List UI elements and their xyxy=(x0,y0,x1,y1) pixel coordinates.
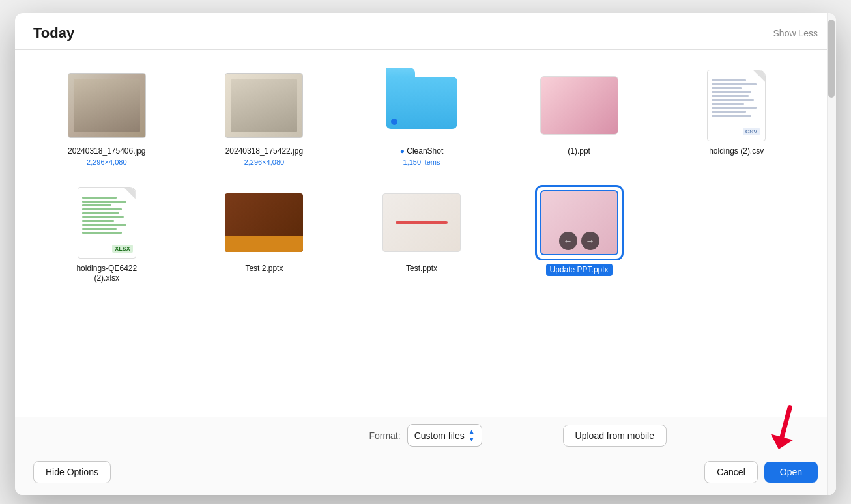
file-item-img1[interactable]: 20240318_175406.jpg 2,296×4,080 xyxy=(33,66,180,170)
file-picker-dialog: Today Show Less 20240318_175406.jpg 2,29… xyxy=(15,13,836,495)
file-browser-content: 20240318_175406.jpg 2,296×4,080 20240318… xyxy=(15,50,836,417)
file-name-img1: 20240318_175406.jpg xyxy=(68,147,145,157)
file-item-folder[interactable]: ● CleanShot 1,150 items xyxy=(348,66,495,170)
file-meta-folder: 1,150 items xyxy=(403,158,440,166)
file-thumb-csv: CSV xyxy=(694,70,779,141)
folder-thumbnail xyxy=(386,77,457,134)
file-item-csv[interactable]: CSV holdings (2).csv xyxy=(663,66,810,170)
scrollbar-track[interactable] xyxy=(827,13,836,495)
next-arrow-icon: → xyxy=(581,232,599,250)
cancel-button[interactable]: Cancel xyxy=(704,461,758,483)
photo-thumbnail-1 xyxy=(68,73,146,138)
pptx-test-thumbnail xyxy=(382,193,461,252)
ppt-navigation: ← → xyxy=(559,232,599,250)
file-name-pptx-test: Test.pptx xyxy=(406,264,437,274)
file-meta-img2: 2,296×4,080 xyxy=(244,158,284,166)
file-item-pptx-brown[interactable]: Test 2.pptx xyxy=(191,183,338,288)
ppt-thumbnail xyxy=(540,76,618,135)
file-thumb-pptx-test xyxy=(379,187,464,259)
show-less-button[interactable]: Show Less xyxy=(773,28,818,38)
file-item-pptx-test[interactable]: Test.pptx xyxy=(348,183,495,288)
file-name-pptx-brown: Test 2.pptx xyxy=(245,264,283,274)
csv-thumbnail: CSV xyxy=(707,70,766,141)
file-name-csv: holdings (2).csv xyxy=(709,147,764,157)
open-button[interactable]: Open xyxy=(764,462,818,483)
file-name-update-ppt: Update PPT.pptx xyxy=(546,264,613,277)
update-ppt-thumbnail: ← → xyxy=(540,190,618,255)
file-thumb-img1 xyxy=(65,70,149,141)
file-name-ppt: (1).ppt xyxy=(568,147,590,157)
dialog-title: Today xyxy=(33,25,74,42)
upload-mobile-button[interactable]: Upload from mobile xyxy=(563,425,667,447)
pptx-brown-thumbnail xyxy=(225,193,303,252)
xlsx-thumbnail: XLSX xyxy=(78,187,136,259)
file-item-img2[interactable]: 20240318_175422.jpg 2,296×4,080 xyxy=(191,66,338,170)
photo-thumbnail-2 xyxy=(225,73,303,138)
dialog-header: Today Show Less xyxy=(15,13,836,50)
file-meta-img1: 2,296×4,080 xyxy=(87,158,126,166)
format-label: Format: xyxy=(369,430,400,441)
file-item-xlsx[interactable]: XLSX holdings-QE6422 (2).xlsx xyxy=(33,183,180,288)
file-thumb-img2 xyxy=(222,70,306,141)
format-dropdown[interactable]: Custom files ▲ ▼ xyxy=(407,424,482,447)
scrollbar-thumb[interactable] xyxy=(828,20,835,98)
file-thumb-update-ppt: ← → xyxy=(537,187,622,259)
file-item-ppt[interactable]: (1).ppt xyxy=(506,66,653,170)
file-grid: 20240318_175406.jpg 2,296×4,080 20240318… xyxy=(33,66,810,301)
file-thumb-xlsx: XLSX xyxy=(65,187,149,259)
hide-options-button[interactable]: Hide Options xyxy=(33,461,111,483)
format-stepper-icon: ▲ ▼ xyxy=(469,428,475,443)
file-item-update-ppt[interactable]: ← → Update PPT.pptx xyxy=(506,183,653,288)
file-thumb-ppt xyxy=(537,70,622,141)
prev-arrow-icon: ← xyxy=(559,232,577,250)
file-name-xlsx: holdings-QE6422 (2).xlsx xyxy=(65,264,149,284)
file-thumb-pptx-brown xyxy=(222,187,306,259)
format-value: Custom files xyxy=(414,430,465,441)
file-name-folder: ● CleanShot xyxy=(400,147,444,157)
file-thumb-folder xyxy=(379,70,464,141)
file-name-img2: 20240318_175422.jpg xyxy=(225,147,303,157)
